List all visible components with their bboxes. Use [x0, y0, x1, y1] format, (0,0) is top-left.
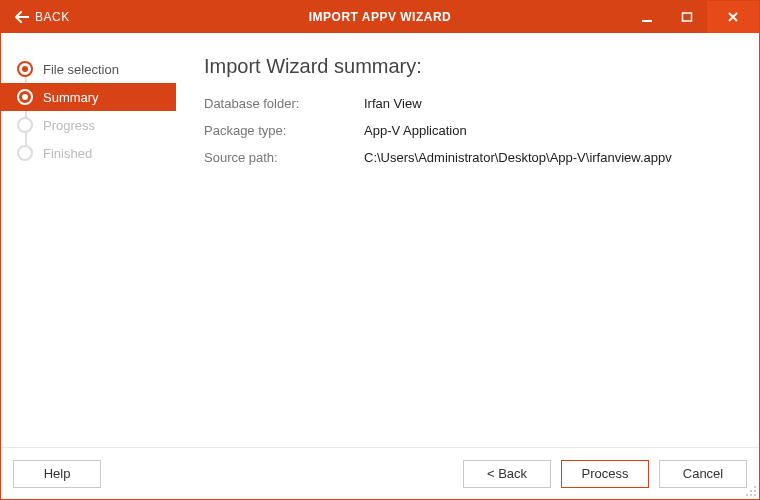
step-summary[interactable]: Summary [1, 83, 176, 111]
step-marker-icon [17, 117, 33, 133]
footer-bar: Help < Back Process Cancel [1, 447, 759, 499]
minimize-button[interactable] [627, 1, 667, 33]
step-marker-icon [17, 61, 33, 77]
main-panel: Import Wizard summary: Database folder: … [176, 33, 759, 447]
step-file-selection[interactable]: File selection [1, 55, 176, 83]
step-label: File selection [43, 62, 119, 77]
step-marker-icon [17, 145, 33, 161]
step-label: Progress [43, 118, 95, 133]
step-finished: Finished [1, 139, 176, 167]
svg-rect-0 [642, 20, 652, 22]
content-area: File selection Summary Progress Finished… [1, 33, 759, 447]
summary-value: C:\Users\Administrator\Desktop\App-V\irf… [364, 150, 672, 165]
summary-row-package-type: Package type: App-V Application [204, 123, 731, 138]
page-heading: Import Wizard summary: [204, 55, 731, 78]
summary-row-source-path: Source path: C:\Users\Administrator\Desk… [204, 150, 731, 165]
titlebar: BACK IMPORT APPV WIZARD [1, 1, 759, 33]
window-controls [627, 1, 759, 33]
step-list: File selection Summary Progress Finished [1, 55, 176, 167]
summary-row-database-folder: Database folder: Irfan View [204, 96, 731, 111]
step-label: Finished [43, 146, 92, 161]
summary-value: App-V Application [364, 123, 467, 138]
summary-key: Source path: [204, 150, 364, 165]
help-button[interactable]: Help [13, 460, 101, 488]
wizard-window: BACK IMPORT APPV WIZARD File selection [0, 0, 760, 500]
back-nav-button[interactable]: < Back [463, 460, 551, 488]
back-button[interactable]: BACK [1, 1, 84, 33]
step-marker-icon [17, 89, 33, 105]
back-arrow-icon [15, 11, 29, 23]
wizard-steps-sidebar: File selection Summary Progress Finished [1, 33, 176, 447]
close-button[interactable] [707, 1, 759, 33]
maximize-button[interactable] [667, 1, 707, 33]
summary-key: Package type: [204, 123, 364, 138]
back-label: BACK [35, 10, 70, 24]
process-button[interactable]: Process [561, 460, 649, 488]
svg-rect-1 [683, 13, 692, 21]
step-progress: Progress [1, 111, 176, 139]
summary-key: Database folder: [204, 96, 364, 111]
step-label: Summary [43, 90, 99, 105]
cancel-button[interactable]: Cancel [659, 460, 747, 488]
summary-value: Irfan View [364, 96, 422, 111]
